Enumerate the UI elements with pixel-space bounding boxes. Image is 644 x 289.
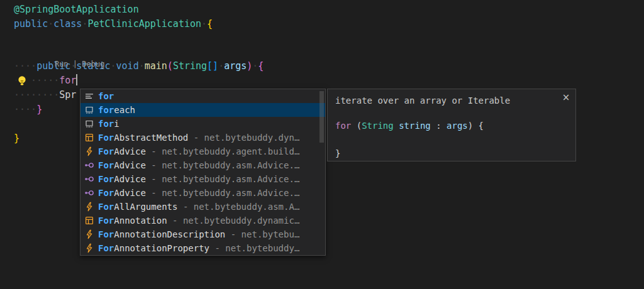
suggestion-label: AnnotationDescription — [114, 229, 225, 239]
docs-code: for (String string : args) {} — [335, 119, 568, 160]
suggestion-item[interactable]: ForAnnotationProperty - net.bytebuddy… — [80, 241, 325, 255]
code-token — [394, 121, 399, 131]
code-token: ) { — [468, 121, 484, 131]
suggestion-match: for — [98, 91, 114, 101]
suggestion-detail: - net.bytebuddy.asm.Advice.… — [146, 174, 299, 184]
snippet-icon — [84, 105, 94, 115]
suggestion-item[interactable]: ForAbstractMethod - net.bytebuddy.dyn… — [80, 131, 325, 144]
debug-link[interactable]: Debug — [82, 60, 104, 68]
code-token: @SpringBootApplication — [14, 4, 139, 15]
suggestion-label: Annotation — [114, 215, 167, 226]
code-token: { — [207, 18, 213, 30]
suggestion-detail: - net.bytebuddy.agent.build… — [146, 146, 299, 156]
code-token: : — [431, 121, 447, 131]
code-line[interactable]: public·class·PetClinicApplication·{ — [14, 17, 213, 31]
interface-icon — [84, 188, 94, 198]
interface-icon — [84, 174, 94, 184]
suggestion-match: For — [98, 202, 114, 212]
code-token: args — [447, 121, 468, 131]
code-token: · — [48, 18, 53, 30]
code-line[interactable]: } — [14, 131, 19, 146]
code-token: public — [14, 18, 48, 30]
event-icon — [84, 229, 94, 239]
suggestion-match: For — [98, 229, 114, 239]
close-icon[interactable]: × — [560, 92, 572, 103]
codelens-separator: | — [69, 60, 82, 68]
suggestion-match: for — [98, 119, 114, 129]
code-token: Spr — [59, 89, 76, 101]
interface-icon — [84, 160, 94, 170]
suggestion-match: For — [98, 133, 114, 143]
suggestion-label: AbstractMethod — [114, 133, 188, 143]
docs-description: iterate over an array or Iterable — [335, 94, 568, 107]
suggestion-label: Advice — [114, 188, 146, 198]
code-token: } — [14, 133, 19, 144]
class-icon — [84, 133, 94, 143]
code-token: class — [53, 18, 82, 30]
event-icon — [84, 202, 94, 212]
suggestion-detail: - net.bytebuddy… — [209, 243, 299, 253]
code-token: · — [111, 60, 116, 72]
suggestion-item[interactable]: fori — [80, 117, 325, 131]
suggest-widget: forforeachforiForAbstractMethod - net.by… — [80, 89, 326, 256]
suggestion-item[interactable]: ForAnnotationDescription - net.bytebu… — [80, 227, 325, 241]
code-token: ( — [351, 121, 362, 131]
suggestion-item[interactable]: ForAdvice - net.bytebuddy.agent.build… — [80, 144, 325, 158]
code-token: String — [173, 60, 207, 72]
code-token: · — [139, 60, 145, 72]
suggestion-match: For — [98, 215, 114, 226]
text-cursor — [76, 74, 77, 85]
code-token: PetClinicApplication — [87, 18, 201, 30]
suggestion-detail: - net.bytebuddy.dynamic… — [167, 215, 300, 226]
suggestion-match: For — [98, 146, 114, 156]
code-token: } — [335, 148, 340, 158]
code-token: ········ — [14, 89, 59, 101]
event-icon — [84, 243, 94, 253]
suggestion-label: AnnotationProperty — [114, 243, 209, 253]
suggestion-item[interactable]: foreach — [80, 103, 325, 117]
code-token: args — [224, 60, 247, 72]
suggestion-match: For — [98, 160, 114, 170]
suggestion-label: Advice — [114, 146, 146, 156]
code-token: { — [258, 60, 264, 72]
lightbulb-icon[interactable] — [16, 75, 29, 87]
code-token: ) — [247, 60, 252, 72]
event-icon — [84, 146, 94, 156]
suggestion-detail: - net.bytebuddy.asm.Advice.… — [146, 188, 299, 198]
code-line[interactable]: ····} — [14, 102, 42, 117]
docs-code-line: for (String string : args) { — [335, 119, 568, 133]
run-link[interactable]: Run — [55, 60, 69, 68]
suggestion-match: For — [98, 188, 114, 198]
code-token: · — [201, 18, 207, 30]
code-token: String — [362, 121, 394, 131]
class-icon — [84, 215, 94, 226]
suggest-scrollbar-thumb[interactable] — [319, 91, 324, 143]
code-line[interactable]: ········Spr — [14, 88, 76, 102]
suggestion-detail: - net.bytebu… — [225, 229, 299, 239]
suggestion-detail: - net.bytebuddy.asm.Advice.… — [146, 160, 299, 170]
suggestion-label: each — [114, 105, 135, 115]
code-line[interactable]: @SpringBootApplication — [14, 3, 139, 17]
code-token: ( — [167, 60, 173, 72]
docs-code-line — [335, 133, 568, 146]
docs-code-line: } — [335, 146, 568, 160]
code-token: [] — [207, 60, 218, 72]
suggestion-label: Advice — [114, 174, 146, 184]
suggestion-item[interactable]: ForAnnotation - net.bytebuddy.dynamic… — [80, 214, 325, 227]
suggestion-item[interactable]: ForAllArguments - net.bytebuddy.asm.A… — [80, 200, 325, 214]
suggestion-detail: - net.bytebuddy.asm.A… — [177, 202, 299, 212]
suggestion-match: For — [98, 174, 114, 184]
codelens: Run | Debug — [36, 46, 104, 58]
code-token: ···· — [14, 60, 36, 72]
suggestion-item[interactable]: ForAdvice - net.bytebuddy.asm.Advice.… — [80, 172, 325, 186]
code-token: main — [145, 60, 167, 72]
suggestion-label: Advice — [114, 160, 146, 170]
code-token: string — [399, 121, 431, 131]
suggestion-item[interactable]: for — [80, 89, 325, 103]
suggestion-label: AllArguments — [114, 202, 177, 212]
suggestion-match: For — [98, 243, 114, 253]
suggestion-item[interactable]: ForAdvice - net.bytebuddy.asm.Advice.… — [80, 186, 325, 200]
code-token: void — [116, 60, 139, 72]
suggestion-item[interactable]: ForAdvice - net.bytebuddy.asm.Advice.… — [80, 158, 325, 172]
code-token: for — [59, 75, 76, 86]
